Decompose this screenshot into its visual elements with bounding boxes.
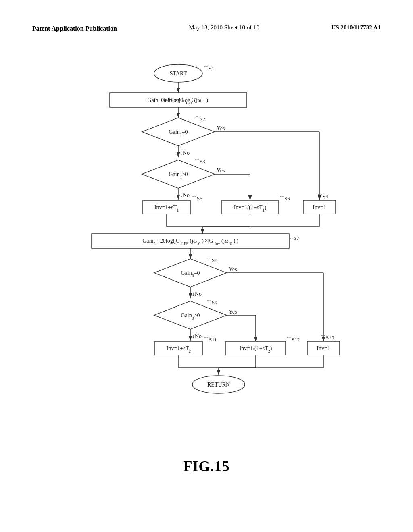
header-right: US 2010/117732 A1: [331, 24, 381, 31]
svg-text:⌒S12: ⌒S12: [286, 337, 300, 343]
svg-text:Yes: Yes: [217, 125, 225, 131]
svg-text:⌒S4: ⌒S4: [317, 193, 328, 200]
svg-text:↓No: ↓No: [180, 192, 190, 198]
patent-publication-label: Patent Application Publication: [32, 25, 117, 32]
header: Patent Application Publication May 13, 2…: [32, 24, 381, 33]
svg-text:Inv=1: Inv=1: [313, 204, 326, 210]
svg-text:Yes: Yes: [229, 309, 237, 315]
svg-text:⌣S7: ⌣S7: [290, 235, 299, 241]
patent-number-label: US 2010/117732 A1: [331, 24, 381, 31]
svg-text:⌒S1: ⌒S1: [203, 65, 214, 71]
svg-text:⌒S10: ⌒S10: [321, 335, 334, 341]
flowchart: text { font-family: 'Times New Roman', T…: [65, 57, 348, 442]
svg-text:Yes: Yes: [217, 168, 225, 174]
svg-text:⌒S5: ⌒S5: [192, 195, 202, 202]
svg-text:⌒S11: ⌒S11: [204, 337, 217, 343]
fig-label: FIG.15: [183, 458, 229, 475]
diagram-container: text { font-family: 'Times New Roman', T…: [32, 57, 381, 475]
header-left: Patent Application Publication: [32, 24, 117, 33]
svg-text:⌒S3: ⌒S3: [194, 158, 205, 164]
svg-text:Yes: Yes: [229, 266, 237, 272]
flowchart-svg: text { font-family: 'Times New Roman', T…: [65, 57, 348, 440]
svg-text:⌒S8: ⌒S8: [206, 257, 217, 263]
page: Patent Application Publication May 13, 2…: [0, 0, 413, 532]
svg-text:Inv=1: Inv=1: [317, 345, 330, 351]
svg-text:⌒S9: ⌒S9: [206, 299, 217, 305]
header-center: May 13, 2010 Sheet 10 of 10: [189, 24, 259, 31]
svg-text:↓No: ↓No: [192, 333, 202, 339]
date-sheet-label: May 13, 2010 Sheet 10 of 10: [189, 24, 259, 31]
svg-text:↓No: ↓No: [180, 150, 190, 156]
svg-text:⌒S6: ⌒S6: [279, 195, 290, 202]
svg-text:↓No: ↓No: [192, 291, 202, 297]
svg-text:RETURN: RETURN: [207, 382, 230, 388]
svg-text:START: START: [170, 71, 187, 77]
svg-text:⌒S2: ⌒S2: [194, 116, 205, 122]
